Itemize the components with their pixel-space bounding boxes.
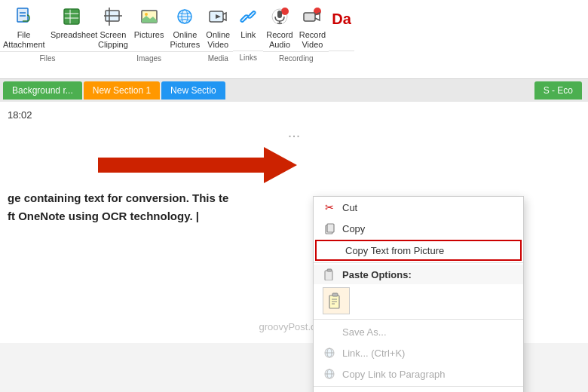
ctx-cut[interactable]: ✂ Cut (314, 197, 523, 218)
recording-group-label: recording (263, 51, 329, 64)
section-background[interactable]: Background r... (3, 81, 82, 100)
context-menu: ✂ Cut Copy Copy Text from Picture (313, 196, 524, 392)
online-video-button[interactable]: OnlineVideo (203, 3, 233, 51)
pictures-button[interactable]: Pictures (131, 3, 167, 51)
separator-3 (314, 386, 523, 387)
svg-point-19 (281, 8, 289, 15)
svg-line-17 (245, 14, 251, 20)
files-group-label: files (0, 51, 95, 64)
online-video-icon (206, 5, 230, 29)
ctx-link-label: Link... (Ctrl+K) (342, 348, 405, 359)
da-icon: Da (332, 11, 351, 28)
online-pictures-label: OnlinePictures (170, 30, 201, 50)
link-label: Link (240, 30, 256, 40)
ctx-copy[interactable]: Copy (314, 218, 523, 239)
svg-rect-27 (325, 271, 332, 280)
timestamp: 18:02 (8, 109, 580, 121)
copy-icon (323, 222, 336, 235)
record-video-label: RecordVideo (299, 30, 326, 50)
ctx-copy-text-label: Copy Text from Picture (345, 245, 444, 256)
svg-rect-24 (304, 13, 315, 21)
body-text-line2: ft OneNote using OCR technology. | (8, 210, 199, 222)
group-links: Link links (233, 3, 263, 64)
link-ctx-icon (323, 346, 336, 360)
group-files: FileAttachment Spreadsheet files (0, 3, 95, 64)
separator-2 (314, 319, 523, 320)
file-label: FileAttachment (3, 30, 44, 50)
spreadsheet-label: Spreadsheet (51, 30, 92, 40)
ctx-copy-link-label: Copy Link to Paragraph (342, 369, 446, 380)
ctx-order[interactable]: Order ▶ (314, 388, 523, 392)
spreadsheet-icon (60, 5, 84, 29)
red-arrow-container (98, 147, 297, 183)
scroll-indicator: ··· (8, 127, 580, 144)
arrow-head (264, 147, 297, 183)
paste-options-icon (323, 268, 336, 281)
ctx-copy-link: Copy Link to Paragraph (314, 363, 523, 384)
group-da: Da (329, 3, 354, 64)
section-new-section-1[interactable]: New Section 1 (84, 81, 160, 100)
ctx-paste-icon-area (314, 284, 523, 317)
online-pictures-icon (173, 5, 197, 29)
ribbon: FileAttachment Spreadsheet files (0, 0, 588, 79)
separator-1 (314, 262, 523, 263)
record-video-button[interactable]: RecordVideo (296, 3, 329, 51)
pictures-label: Pictures (134, 30, 164, 40)
link-icon (236, 5, 260, 29)
screen-clipping-button[interactable]: ScreenClipping (95, 3, 131, 51)
svg-rect-26 (327, 224, 334, 232)
spreadsheet-button[interactable]: Spreadsheet (47, 3, 95, 51)
paste-options-text: Paste Options: (342, 269, 412, 280)
svg-rect-30 (332, 293, 338, 296)
screen-clipping-icon (101, 5, 125, 29)
ctx-cut-label: Cut (342, 202, 357, 213)
save-as-icon (323, 325, 336, 338)
file-attachment-button[interactable]: FileAttachment (0, 3, 47, 51)
record-audio-icon (268, 5, 292, 29)
main-content: 18:02 ··· ge containing text for convers… (0, 102, 588, 343)
file-icon (12, 5, 36, 29)
svg-rect-0 (17, 8, 28, 22)
images-group-label: images (95, 51, 203, 64)
screen-clipping-label: ScreenClipping (98, 30, 128, 50)
media-group-label: media (203, 51, 233, 64)
paste-icon-button[interactable] (323, 287, 350, 314)
group-recording: RecordAudio RecordVideo recording (263, 3, 329, 64)
copy-text-icon (326, 243, 339, 257)
ribbon-toolbar: FileAttachment Spreadsheet files (0, 0, 588, 64)
cut-icon: ✂ (323, 201, 336, 214)
sections-bar: Background r... New Section 1 New Sectio… (0, 79, 588, 102)
record-audio-label: RecordAudio (266, 30, 292, 50)
section-s-eco[interactable]: S - Eco (534, 81, 582, 100)
pictures-icon (137, 5, 161, 29)
online-pictures-button[interactable]: OnlinePictures (167, 3, 204, 51)
record-video-icon (300, 5, 324, 29)
group-media: OnlineVideo media (203, 3, 233, 64)
svg-rect-5 (64, 9, 79, 24)
copy-link-icon (323, 367, 336, 381)
svg-rect-20 (277, 11, 282, 18)
record-audio-button[interactable]: RecordAudio (263, 3, 296, 51)
links-group-label: links (233, 51, 263, 64)
ctx-save-as-label: Save As... (342, 326, 387, 338)
ctx-link: Link... (Ctrl+K) (314, 342, 523, 363)
online-video-label: OnlineVideo (206, 30, 230, 50)
ctx-copy-text-picture[interactable]: Copy Text from Picture (315, 240, 522, 261)
section-new-section-2[interactable]: New Sectio (161, 81, 225, 100)
group-images: ScreenClipping Pictures (95, 3, 203, 64)
body-text-line1: ge containing text for conversion. This … (8, 191, 228, 204)
link-button[interactable]: Link (233, 3, 263, 51)
ctx-paste-options-label: Paste Options: (314, 265, 523, 284)
da-group-label (329, 51, 354, 64)
svg-point-11 (145, 13, 148, 16)
ctx-copy-label: Copy (342, 223, 365, 234)
ctx-save-as: Save As... (314, 321, 523, 342)
arrow-shaft (98, 158, 264, 173)
svg-rect-28 (327, 269, 332, 271)
da-button[interactable]: Da (329, 3, 354, 51)
